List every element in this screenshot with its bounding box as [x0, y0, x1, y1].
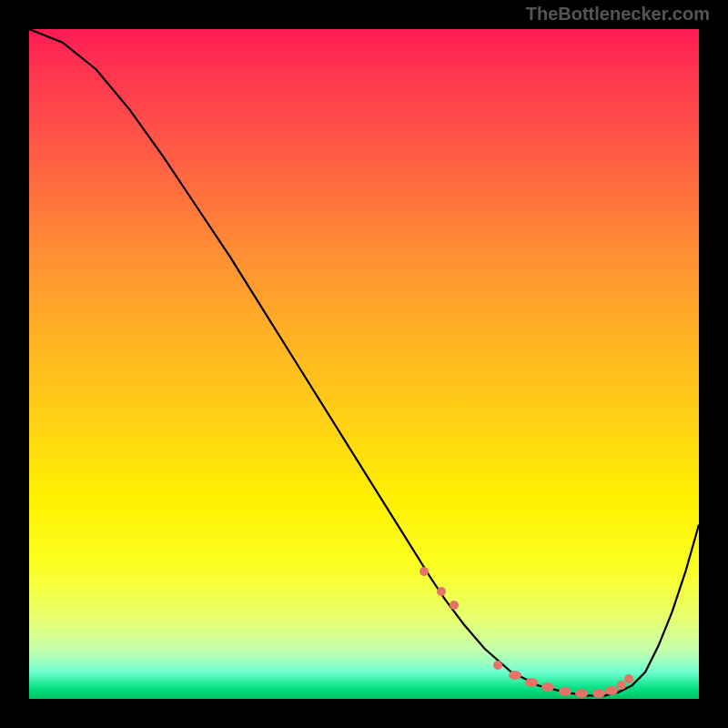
watermark-text: TheBottlenecker.com: [526, 4, 710, 25]
highlight-dot: [605, 686, 618, 695]
highlight-dot: [559, 687, 571, 696]
highlight-dot: [592, 689, 605, 698]
highlight-dots-layer: [29, 29, 699, 699]
highlight-dot: [617, 681, 626, 690]
highlight-dot: [575, 689, 588, 698]
bottleneck-curve: [29, 29, 699, 699]
highlight-dot: [450, 601, 459, 610]
highlight-dot: [541, 682, 554, 692]
highlight-dot: [509, 671, 521, 680]
chart-plot-area: [29, 29, 699, 699]
highlight-dot: [525, 678, 538, 687]
highlight-dot: [493, 661, 502, 670]
highlight-dot: [437, 587, 446, 596]
highlight-dot: [420, 567, 429, 576]
highlight-dot: [624, 674, 633, 683]
